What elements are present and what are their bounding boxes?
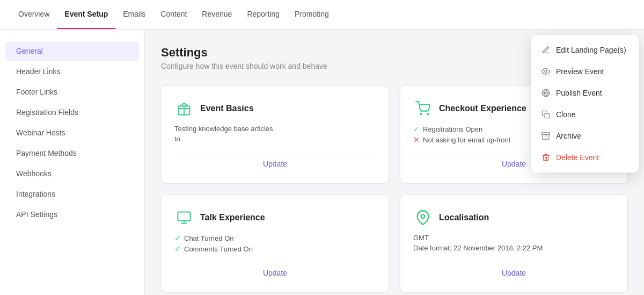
- event-basics-footer: Update: [174, 153, 376, 170]
- archive-icon: [541, 131, 551, 141]
- event-basics-title: Event Basics: [200, 104, 254, 113]
- localisation-date-format: Date format: 22 November 2018, 2:22 PM: [413, 244, 614, 252]
- talk-experience-update-button[interactable]: Update: [257, 267, 294, 279]
- svg-point-7: [421, 214, 425, 218]
- event-basics-header: Event Basics: [174, 99, 376, 118]
- main-content: Settings Configure how this event should…: [145, 30, 644, 295]
- dropdown-menu: Edit Landing Page(s) Preview Event Pu: [531, 35, 639, 172]
- dropdown-clone-label: Clone: [556, 110, 576, 119]
- globe-icon: [541, 88, 551, 98]
- localisation-update-button[interactable]: Update: [495, 267, 532, 279]
- dropdown-clone[interactable]: Clone: [531, 104, 639, 125]
- checkmark-icon-3: ✓: [174, 244, 181, 253]
- nav-revenue[interactable]: Revenue: [194, 0, 239, 29]
- sidebar-item-api-settings[interactable]: API Settings: [5, 205, 139, 224]
- sidebar-item-general[interactable]: General: [5, 41, 139, 61]
- svg-point-8: [545, 70, 547, 73]
- checkmark-icon: ✓: [413, 125, 420, 133]
- event-basics-card: Event Basics Testing knowledge base arti…: [161, 85, 389, 184]
- localisation-body: GMT Date format: 22 November 2018, 2:22 …: [413, 234, 614, 255]
- nav-event-setup[interactable]: Event Setup: [57, 0, 115, 29]
- event-basics-body: Testing knowledge base articles to: [174, 125, 376, 146]
- trash-icon: [541, 153, 551, 162]
- dropdown-edit-landing-label: Edit Landing Page(s): [556, 46, 626, 54]
- checkout-experience-title: Checkout Experience: [439, 104, 526, 113]
- map-pin-icon: [413, 208, 433, 227]
- sidebar-item-webinar-hosts[interactable]: Webinar Hosts: [5, 123, 139, 142]
- svg-rect-11: [545, 113, 550, 118]
- svg-point-2: [420, 113, 421, 114]
- sidebar-item-header-links[interactable]: Header Links: [5, 62, 139, 81]
- localisation-title: Localisation: [439, 213, 489, 222]
- sidebar-item-integrations[interactable]: Integrations: [5, 184, 139, 204]
- sidebar-item-registration-fields[interactable]: Registration Fields: [5, 103, 139, 122]
- localisation-footer: Update: [413, 262, 614, 279]
- check-registrations-open-label: Registrations Open: [423, 125, 482, 133]
- dropdown-preview-event[interactable]: Preview Event: [531, 61, 639, 82]
- edit-icon: [541, 45, 551, 55]
- nav-emails[interactable]: Emails: [115, 0, 153, 29]
- event-basics-text1: Testing knowledge base articles: [174, 125, 376, 133]
- talk-experience-header: Talk Experience: [174, 208, 376, 227]
- top-nav: Overview Event Setup Emails Content Reve…: [0, 0, 644, 30]
- event-basics-text2: to: [174, 135, 376, 143]
- dropdown-preview-event-label: Preview Event: [556, 67, 604, 76]
- nav-content[interactable]: Content: [153, 0, 194, 29]
- talk-experience-card: Talk Experience ✓ Chat Turned On ✓ Comme…: [161, 195, 389, 293]
- localisation-header: Localisation: [413, 208, 614, 227]
- nav-reporting[interactable]: Reporting: [239, 0, 287, 29]
- dropdown-edit-landing[interactable]: Edit Landing Page(s): [531, 39, 639, 61]
- svg-rect-4: [178, 212, 190, 221]
- svg-point-3: [427, 113, 428, 114]
- localisation-timezone: GMT: [413, 234, 614, 242]
- shopping-cart-icon: [413, 99, 433, 118]
- copy-icon: [541, 110, 551, 119]
- checkmark-icon-2: ✓: [174, 234, 181, 242]
- sidebar-item-payment-methods[interactable]: Payment Methods: [5, 143, 139, 163]
- sidebar: General Header Links Footer Links Regist…: [0, 30, 145, 295]
- talk-experience-body: ✓ Chat Turned On ✓ Comments Turned On: [174, 234, 376, 255]
- nav-promoting[interactable]: Promoting: [287, 0, 336, 29]
- event-basics-update-button[interactable]: Update: [257, 157, 294, 170]
- svg-rect-12: [542, 133, 550, 134]
- dropdown-delete-event-label: Delete Event: [556, 153, 599, 162]
- checkout-experience-update-button[interactable]: Update: [495, 157, 532, 170]
- check-chat-on: ✓ Chat Turned On: [174, 234, 376, 242]
- nav-overview[interactable]: Overview: [11, 0, 57, 29]
- check-comments-on-label: Comments Turned On: [184, 245, 253, 253]
- eye-icon: [541, 67, 551, 76]
- cross-icon: ✕: [413, 135, 420, 144]
- dropdown-publish-event-label: Publish Event: [556, 89, 602, 97]
- talk-experience-title: Talk Experience: [200, 213, 265, 222]
- main-layout: General Header Links Footer Links Regist…: [0, 30, 644, 295]
- dropdown-publish-event[interactable]: Publish Event: [531, 82, 639, 104]
- dropdown-archive-label: Archive: [556, 132, 581, 140]
- sidebar-item-footer-links[interactable]: Footer Links: [5, 82, 139, 102]
- localisation-card: Localisation GMT Date format: 22 Novembe…: [400, 195, 628, 293]
- check-comments-on: ✓ Comments Turned On: [174, 244, 376, 253]
- sidebar-item-webhooks[interactable]: Webhooks: [5, 164, 139, 183]
- check-chat-on-label: Chat Turned On: [184, 234, 234, 242]
- dropdown-archive[interactable]: Archive: [531, 125, 639, 147]
- check-no-email-label: Not asking for email up-front: [423, 136, 510, 144]
- monitor-icon: [174, 208, 194, 227]
- talk-experience-footer: Update: [174, 262, 376, 279]
- gift-box-icon: [174, 99, 194, 118]
- dropdown-delete-event[interactable]: Delete Event: [531, 147, 639, 168]
